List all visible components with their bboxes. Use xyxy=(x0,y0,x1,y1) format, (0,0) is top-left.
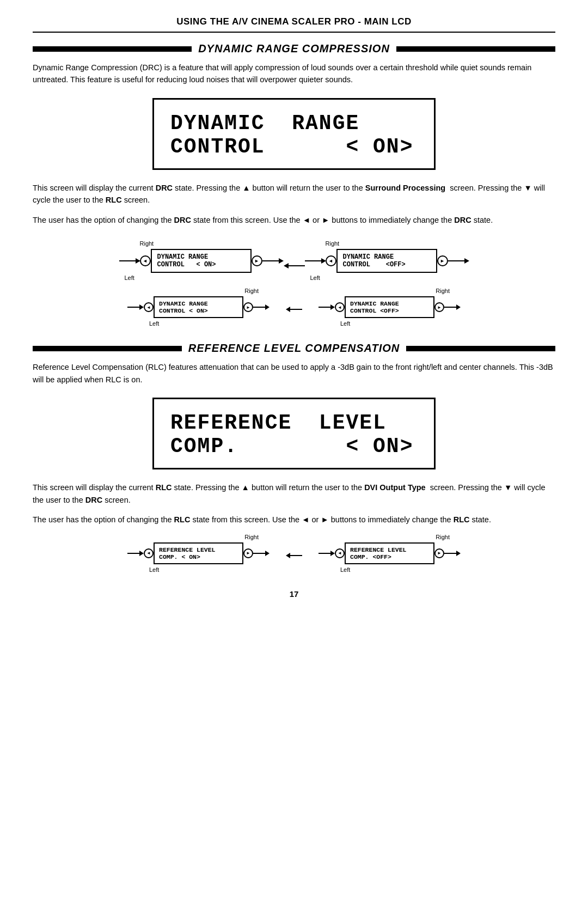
diagram1-screen1: DYNAMIC RANGE CONTROL < ON> xyxy=(151,249,252,273)
title-bar-right xyxy=(396,46,555,52)
section1-intro-text: Dynamic Range Compression (DRC) is a fea… xyxy=(33,63,531,84)
section2-intro: Reference Level Compensation (RLC) featu… xyxy=(33,361,555,386)
lcd1-line2: CONTROL < ON> xyxy=(170,135,418,158)
diag1-s1-l1: DYNAMIC RANGE xyxy=(157,253,245,261)
diag1-s2-l1: DYNAMIC RANGE xyxy=(343,253,431,261)
section2-intro-text: Reference Level Compensation (RLC) featu… xyxy=(33,363,553,383)
d1-left-label: Left xyxy=(149,320,159,327)
section2-title-bar: REFERENCE LEVEL COMPENSATION xyxy=(33,342,555,355)
diagram1-right-label2: Right xyxy=(326,240,340,247)
page-number-text: 17 xyxy=(290,589,299,599)
lcd2-line1: REFERENCE LEVEL xyxy=(170,411,418,435)
section2-lcd: REFERENCE LEVEL COMP. < ON> xyxy=(152,398,436,469)
section1-intro: Dynamic Range Compression (DRC) is a fea… xyxy=(33,62,555,86)
lcd1-line1: DYNAMIC RANGE xyxy=(170,112,418,135)
section2-diagram-area: Right ◄ REFERENCE LEVEL COMP. < ON> ► Le… xyxy=(33,534,555,573)
d2-box2: REFERENCE LEVEL COMP. <OFF> xyxy=(345,542,434,564)
section1-title-bar: DYNAMIC RANGE COMPRESSION xyxy=(33,42,555,55)
section1-desc1: This screen will display the current DRC… xyxy=(33,182,555,206)
page-number: 17 xyxy=(33,589,555,599)
diagram1-left-label2: Left xyxy=(310,274,320,281)
diagram1-left-label1: Left xyxy=(125,274,134,281)
d1-right-label: Right xyxy=(244,288,259,294)
d2-b1-l1: REFERENCE LEVEL xyxy=(159,546,238,553)
d2-right-btn1: ► xyxy=(243,548,253,558)
d1-right-btn2: ► xyxy=(434,302,444,312)
diag1-s1-l2: CONTROL < ON> xyxy=(157,261,245,269)
d1-b2-l1: DYNAMIC RANGE xyxy=(350,300,429,307)
d2-right-btn2: ► xyxy=(434,548,444,558)
title-bar2-right xyxy=(406,346,555,351)
d2-b2-l2: COMP. <OFF> xyxy=(350,553,429,560)
section1-diagram: Right ◄ DYNAMIC RANGE CONTROL < ON> ► xyxy=(33,240,555,281)
d1-right-label2: Right xyxy=(436,288,450,294)
section1-diagram-area: Right ◄ DYNAMIC RANGE CONTROL < ON> ► Le… xyxy=(33,288,555,327)
d1-b1-l1: DYNAMIC RANGE xyxy=(159,300,238,307)
d2-left-btn2: ◄ xyxy=(335,548,345,558)
d1-left-btn2: ◄ xyxy=(335,302,345,312)
header-title: USING THE A/V CINEMA SCALER PRO - MAIN L… xyxy=(176,16,412,27)
diagram1-right-circle2: ► xyxy=(437,255,448,266)
diagram1-screen2: DYNAMIC RANGE CONTROL <OFF> xyxy=(336,249,437,273)
diagram1-left-circle2: ◄ xyxy=(326,255,336,266)
title-bar-left xyxy=(33,46,192,52)
title-bar2-left xyxy=(33,346,182,351)
section1-desc2: The user has the option of changing the … xyxy=(33,214,555,226)
d1-box2: DYNAMIC RANGE CONTROL <OFF> xyxy=(345,296,434,318)
section2-desc2: The user has the option of changing the … xyxy=(33,514,555,526)
d1-left-label2: Left xyxy=(340,320,350,327)
diagram1-left-circle1: ◄ xyxy=(140,255,151,266)
section2-desc1: This screen will display the current RLC… xyxy=(33,481,555,506)
d2-b1-l2: COMP. < ON> xyxy=(159,553,238,560)
section1-title: DYNAMIC RANGE COMPRESSION xyxy=(192,42,396,55)
d2-right-label: Right xyxy=(244,534,259,540)
d1-b2-l2: CONTROL <OFF> xyxy=(350,307,429,314)
d1-right-btn1: ► xyxy=(243,302,253,312)
page-header: USING THE A/V CINEMA SCALER PRO - MAIN L… xyxy=(33,16,555,33)
diagram1-right-label1: Right xyxy=(140,240,154,247)
d2-b2-l1: REFERENCE LEVEL xyxy=(350,546,429,553)
d2-box1: REFERENCE LEVEL COMP. < ON> xyxy=(154,542,243,564)
diagram1-right-circle1: ► xyxy=(252,255,262,266)
section2-title: REFERENCE LEVEL COMPENSATION xyxy=(182,342,406,355)
d1-left-btn: ◄ xyxy=(144,302,154,312)
d2-right-label2: Right xyxy=(436,534,450,540)
d2-left-label2: Left xyxy=(340,566,350,573)
lcd2-line2: COMP. < ON> xyxy=(170,435,418,458)
d1-b1-l2: CONTROL < ON> xyxy=(159,307,238,314)
diag1-s2-l2: CONTROL <OFF> xyxy=(343,261,431,269)
d2-left-btn: ◄ xyxy=(144,548,154,558)
d2-left-label: Left xyxy=(149,566,159,573)
section1-lcd: DYNAMIC RANGE CONTROL < ON> xyxy=(152,98,436,170)
d1-box1: DYNAMIC RANGE CONTROL < ON> xyxy=(154,296,243,318)
